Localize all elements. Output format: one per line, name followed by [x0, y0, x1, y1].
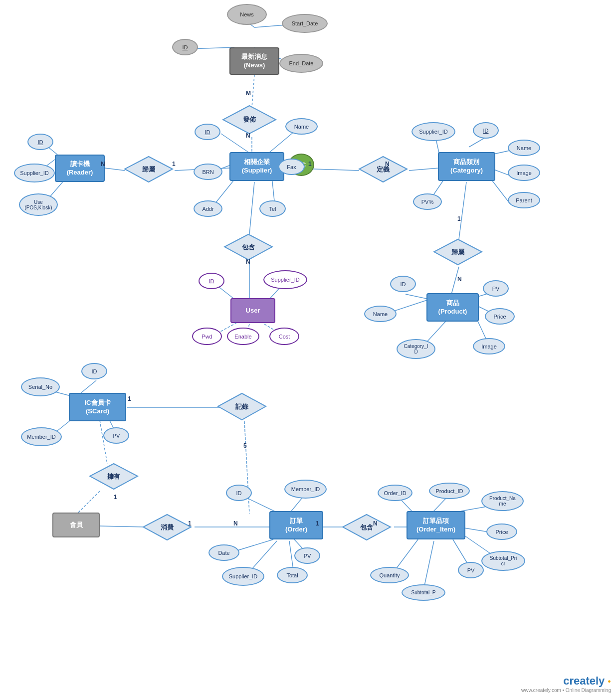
cardinality-n1: N: [246, 132, 250, 139]
svg-line-19: [409, 168, 439, 171]
entity-reader[interactable]: 讀卡機 (Reader): [55, 155, 105, 182]
attr-user-cost: Cost: [269, 328, 299, 345]
cardinality-1g: 1: [316, 520, 319, 527]
rel-define: 定義: [358, 156, 408, 183]
entity-order-item[interactable]: 訂單品項 (Order_Item): [407, 511, 465, 539]
rel-record: 記錄: [217, 392, 267, 421]
attr-order-total: Total: [277, 567, 308, 583]
attr-order-id: ID: [226, 485, 252, 501]
entity-supplier[interactable]: 相關企業 (Supplier): [229, 152, 284, 181]
cardinality-n2: N: [101, 161, 105, 168]
attr-reader-id: ID: [27, 134, 53, 150]
cardinality-1a: 1: [172, 161, 176, 168]
attr-category-image: Image: [508, 165, 540, 181]
cardinality-n7: N: [373, 520, 378, 527]
attr-supplier-id: ID: [195, 124, 220, 140]
attr-reader-supplierid: Supplier_ID: [14, 164, 55, 182]
svg-line-35: [406, 294, 429, 299]
entity-news[interactable]: 最新消息 (News): [229, 47, 279, 75]
attr-oi-quantity: Quantity: [370, 567, 409, 583]
svg-line-47: [100, 420, 107, 464]
attr-category-supplierid: Supplier_ID: [411, 122, 455, 141]
entity-category[interactable]: 商品類別 (Category): [438, 152, 495, 181]
rel-contain2: 包含: [342, 514, 392, 541]
attr-supplier-addr: Addr: [194, 200, 222, 217]
svg-line-26: [249, 182, 254, 234]
attr-oi-orderid: Order_ID: [378, 485, 412, 501]
attr-product-categoryid: Category_I D: [397, 339, 435, 359]
attr-user-supplierid: Supplier_ID: [263, 270, 307, 289]
attr-supplier-tel: Tel: [259, 200, 286, 217]
cardinality-1f: 1: [188, 520, 192, 527]
diagram-container: 最新消息 (News) News Start_Date End_Date ID …: [0, 0, 616, 698]
attr-scard-id: ID: [81, 363, 107, 379]
attr-oi-pv: PV: [458, 562, 484, 578]
attr-reader-use: Use (POS,Kiosk): [19, 193, 58, 216]
attr-oi-price: Price: [486, 524, 517, 540]
cardinality-1c: 1: [457, 215, 461, 222]
svg-line-49: [100, 526, 145, 527]
attr-oi-productname: Product_Na me: [481, 491, 524, 511]
attr-category-name: Name: [508, 140, 540, 156]
rel-contain1: 包含: [223, 233, 273, 261]
attr-order-memberid: Member_ID: [284, 480, 327, 499]
svg-line-4: [252, 75, 254, 107]
svg-line-9: [105, 168, 125, 171]
attr-news-startdate: Start_Date: [282, 14, 328, 33]
attr-news-enddate: End_Date: [279, 54, 323, 73]
attr-category-pv: PV%: [413, 193, 442, 210]
attr-user-enable: Enable: [227, 328, 259, 345]
attr-supplier-brn: BRN: [194, 164, 222, 180]
attr-supplier-fax: Fax: [278, 159, 305, 175]
rel-belong2: 歸屬: [433, 238, 483, 266]
attr-order-supplierid: Supplier_ID: [222, 567, 264, 586]
entity-product[interactable]: 商品 (Product): [426, 293, 479, 322]
attr-order-pv: PV: [294, 547, 320, 564]
attr-category-parent: Parent: [508, 192, 540, 208]
svg-line-41: [80, 380, 96, 394]
svg-line-48: [77, 491, 100, 514]
cardinality-1d: 1: [128, 395, 131, 402]
cardinality-n5: N: [457, 276, 462, 283]
attr-oi-subtotalprice: Subtotal_Pri cr: [481, 551, 525, 571]
attr-order-date: Date: [208, 544, 239, 561]
watermark: creately ● www.creately.com • Online Dia…: [521, 675, 611, 693]
attr-product-image: Image: [473, 338, 505, 354]
attr-news-name: News: [227, 4, 267, 25]
svg-line-24: [491, 179, 510, 203]
entity-member[interactable]: 會員: [52, 513, 100, 537]
attr-user-id: ID: [199, 273, 224, 289]
rel-possess: 擁有: [89, 463, 139, 490]
entity-user[interactable]: User: [230, 298, 275, 323]
svg-line-33: [459, 182, 466, 239]
attr-product-pv: PV: [483, 280, 509, 297]
entity-order[interactable]: 訂單 (Order): [269, 511, 323, 539]
cardinality-n6: N: [233, 520, 238, 527]
attr-category-id: ID: [473, 122, 499, 139]
attr-user-pwd: Pwd: [192, 328, 222, 345]
attr-product-id: ID: [390, 276, 416, 292]
cardinality-5: 5: [243, 442, 247, 449]
rel-belong1: 歸屬: [124, 156, 174, 183]
cardinality-m: M: [246, 90, 251, 97]
rel-consume: 消費: [142, 514, 192, 541]
entity-scard[interactable]: IC會員卡 (SCard): [69, 393, 126, 421]
attr-oi-subtotalp: Subtotal_P: [402, 584, 445, 601]
cardinality-n4: N: [246, 258, 250, 265]
rel-publish: 發佈: [222, 105, 277, 135]
attr-product-price: Price: [485, 308, 515, 325]
connections-svg: [0, 0, 616, 698]
attr-news-id: ID: [172, 39, 198, 55]
attr-scard-serialno: Serial_No: [21, 377, 60, 396]
attr-scard-pv: PV: [103, 427, 129, 444]
attr-supplier-name: Name: [285, 118, 318, 135]
cardinality-1b: 1: [308, 161, 312, 168]
cardinality-1e: 1: [114, 494, 117, 501]
attr-oi-productid: Product_ID: [429, 483, 470, 499]
attr-scard-memberid: Member_ID: [21, 427, 62, 446]
attr-product-name: Name: [364, 306, 397, 322]
